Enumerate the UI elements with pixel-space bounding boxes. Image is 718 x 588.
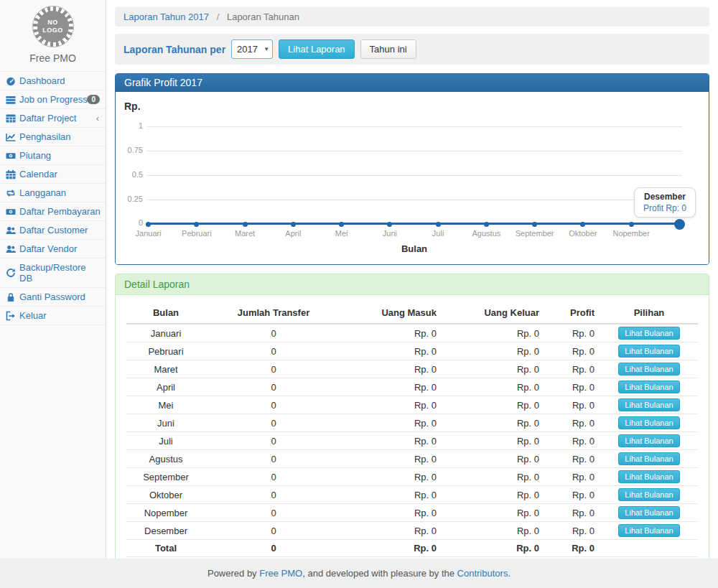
data-point[interactable]: [317, 218, 365, 230]
sign-out-icon: [6, 311, 16, 321]
cell-keluar: Rp. 0: [442, 486, 545, 504]
footer-text-prefix: Powered by: [208, 568, 259, 579]
col-uang-keluar: Uang Keluar: [442, 302, 545, 324]
cell-transfer: 0: [205, 324, 342, 342]
sidebar-item-ganti-password[interactable]: Ganti Password: [0, 288, 106, 307]
sidebar-item-label: Langganan: [19, 187, 66, 198]
lihat-bulanan-button[interactable]: Lihat Bulanan: [618, 381, 679, 393]
no-logo-text: NO LOGO: [37, 11, 69, 42]
sidebar-item-keluar[interactable]: Keluar: [0, 307, 106, 325]
users-icon: [6, 244, 16, 254]
data-point[interactable]: [559, 218, 607, 230]
data-point[interactable]: [365, 218, 414, 230]
data-point[interactable]: [172, 218, 220, 230]
cell-keluar: Rp. 0: [442, 468, 545, 486]
x-axis-labels: JanuariPebruariMaretAprilMeiJuniJuliAgus…: [124, 229, 704, 238]
lihat-bulanan-button[interactable]: Lihat Bulanan: [618, 416, 679, 429]
lihat-bulanan-button[interactable]: Lihat Bulanan: [618, 434, 679, 447]
data-point[interactable]: [269, 218, 317, 230]
total-profit: Rp. 0: [545, 540, 600, 557]
data-point[interactable]: [221, 218, 269, 230]
footer-text-suffix: .: [508, 568, 510, 579]
cell-transfer: 0: [205, 432, 342, 450]
table-row: Juni 0 Rp. 0 Rp. 0 Rp. 0 Lihat Bulanan: [126, 414, 698, 432]
cell-profit: Rp. 0: [545, 324, 600, 342]
users-icon: [6, 225, 16, 235]
free-pmo-link[interactable]: Free PMO: [259, 568, 302, 579]
sidebar-item-langganan[interactable]: Langganan: [0, 184, 106, 202]
lihat-bulanan-button[interactable]: Lihat Bulanan: [618, 327, 679, 340]
breadcrumb-separator: /: [217, 11, 220, 22]
chart-tooltip: Desember Profit Rp: 0: [634, 187, 696, 218]
sidebar-item-daftar-vendor[interactable]: Daftar Vendor: [0, 240, 106, 258]
cell-keluar: Rp. 0: [442, 342, 545, 360]
cell-bulan: Mei: [126, 396, 205, 414]
data-point[interactable]: [607, 218, 656, 230]
sidebar-item-backup-restore-db[interactable]: Backup/Restore DB: [0, 258, 106, 288]
total-masuk: Rp. 0: [342, 540, 442, 557]
contributors-link[interactable]: Contributors: [457, 568, 508, 579]
lihat-bulanan-button[interactable]: Lihat Bulanan: [618, 345, 679, 358]
cell-profit: Rp. 0: [545, 486, 600, 504]
sidebar-item-label: Daftar Customer: [19, 225, 88, 235]
year-select[interactable]: 2017: [231, 39, 273, 59]
cell-keluar: Rp. 0: [442, 522, 545, 540]
sidebar-item-label: Daftar Project: [19, 113, 76, 123]
cell-transfer: 0: [205, 450, 342, 468]
sidebar-item-calendar[interactable]: Calendar: [0, 165, 106, 184]
cell-masuk: Rp. 0: [342, 522, 442, 540]
lihat-bulanan-button[interactable]: Lihat Bulanan: [618, 398, 679, 411]
x-axis-label: September: [510, 229, 559, 238]
lihat-bulanan-button[interactable]: Lihat Bulanan: [618, 524, 679, 537]
sidebar-item-label: Piutang: [19, 150, 51, 161]
cell-transfer: 0: [205, 396, 342, 414]
sidebar-item-piutang[interactable]: Piutang: [0, 146, 106, 165]
sidebar-item-daftar-project[interactable]: Daftar Project ‹: [0, 109, 106, 128]
lihat-bulanan-button[interactable]: Lihat Bulanan: [618, 470, 679, 483]
sidebar: NO LOGO Free PMO Dashboard Job on Progre…: [0, 0, 106, 559]
calendar-icon: [6, 169, 16, 179]
footer: Powered by Free PMO, and developed with …: [0, 559, 718, 588]
sidebar-item-penghasilan[interactable]: Penghasilan: [0, 128, 106, 146]
sidebar-item-daftar-customer[interactable]: Daftar Customer: [0, 221, 106, 240]
breadcrumb-link-laporan-tahun[interactable]: Laporan Tahun 2017: [123, 11, 209, 22]
x-axis-label: April: [269, 229, 317, 238]
data-point[interactable]: [462, 218, 510, 230]
data-point[interactable]: [414, 218, 462, 230]
lihat-bulanan-button[interactable]: Lihat Bulanan: [618, 452, 679, 465]
lihat-bulanan-button[interactable]: Lihat Bulanan: [618, 506, 679, 519]
sidebar-item-label: Dashboard: [19, 75, 65, 86]
table-row: Maret 0 Rp. 0 Rp. 0 Rp. 0 Lihat Bulanan: [126, 360, 698, 378]
cell-transfer: 0: [205, 414, 342, 432]
data-point[interactable]: [510, 218, 559, 230]
cell-bulan: Desember: [126, 522, 205, 540]
sidebar-item-dashboard[interactable]: Dashboard: [0, 72, 106, 90]
y-axis-title: Rp.: [124, 101, 141, 112]
sidebar-nav: Dashboard Job on Progress 0 Daftar Proje…: [0, 71, 106, 325]
cell-keluar: Rp. 0: [442, 414, 545, 432]
detail-laporan-panel: Detail Laporan Bulan Jumlah Transfer Uan…: [115, 274, 709, 559]
x-axis-label: Juni: [365, 229, 414, 238]
y-tick-label: 1: [116, 121, 143, 130]
cell-masuk: Rp. 0: [342, 378, 442, 396]
cell-transfer: 0: [205, 378, 342, 396]
data-point-desember[interactable]: [656, 218, 704, 230]
tahun-ini-button[interactable]: Tahun ini: [360, 39, 416, 59]
lihat-bulanan-button[interactable]: Lihat Bulanan: [618, 488, 679, 501]
cell-masuk: Rp. 0: [342, 486, 442, 504]
cell-transfer: 0: [205, 468, 342, 486]
cell-transfer: 0: [205, 522, 342, 540]
cell-keluar: Rp. 0: [442, 396, 545, 414]
data-point[interactable]: [124, 218, 172, 230]
cell-profit: Rp. 0: [545, 360, 600, 378]
lihat-laporan-button[interactable]: Lihat Laporan: [279, 39, 355, 59]
cell-bulan: April: [126, 378, 205, 396]
table-row: Juli 0 Rp. 0 Rp. 0 Rp. 0 Lihat Bulanan: [126, 432, 698, 450]
sidebar-item-job-on-progress[interactable]: Job on Progress 0: [0, 90, 106, 109]
col-jumlah-transfer: Jumlah Transfer: [205, 302, 342, 324]
x-axis-label: Juli: [414, 229, 462, 238]
cell-masuk: Rp. 0: [342, 396, 442, 414]
sidebar-item-daftar-pembayaran[interactable]: Daftar Pembayaran: [0, 202, 106, 221]
lihat-bulanan-button[interactable]: Lihat Bulanan: [618, 363, 679, 375]
cell-keluar: Rp. 0: [442, 432, 545, 450]
